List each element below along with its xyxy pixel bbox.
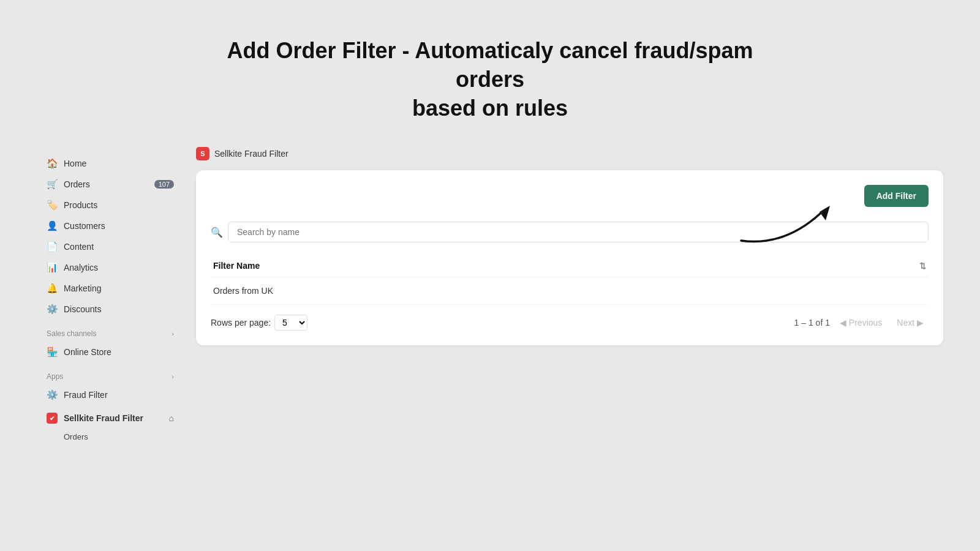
home-icon: 🏠 bbox=[47, 158, 58, 169]
sidebar-label-content: Content bbox=[64, 242, 94, 252]
arrow-decoration bbox=[735, 189, 870, 252]
sidebar-item-home[interactable]: 🏠 Home bbox=[37, 153, 184, 174]
sidebar-item-sellkite[interactable]: ✔ Sellkite Fraud Filter ⌂ bbox=[37, 408, 184, 429]
page-info: 1 – 1 of 1 bbox=[794, 318, 830, 328]
marketing-icon: 🔔 bbox=[47, 283, 58, 294]
pagination-row: Rows per page: 5 10 25 1 – 1 of 1 ◀ Prev… bbox=[211, 315, 929, 331]
col-filter-name: Filter Name bbox=[213, 261, 260, 271]
sales-channels-chevron: › bbox=[172, 330, 174, 337]
sidebar-item-orders[interactable]: 🛒 Orders 107 bbox=[37, 174, 184, 195]
sidebar-label-analytics: Analytics bbox=[64, 263, 98, 272]
sidebar-label-marketing: Marketing bbox=[64, 283, 101, 293]
apps-section: Apps › bbox=[37, 362, 184, 384]
sidebar-label-fraud-filter: Fraud Filter bbox=[64, 390, 108, 400]
app-header-title: Sellkite Fraud Filter bbox=[214, 149, 288, 159]
sidebar-sub-orders-label: Orders bbox=[64, 432, 88, 441]
app-header-bar: S Sellkite Fraud Filter bbox=[196, 147, 943, 160]
sidebar-label-sellkite: Sellkite Fraud Filter bbox=[64, 413, 143, 423]
sidebar-item-customers[interactable]: 👤 Customers bbox=[37, 216, 184, 236]
sidebar-item-content[interactable]: 📄 Content bbox=[37, 236, 184, 257]
rows-per-page-label: Rows per page: bbox=[211, 318, 271, 328]
discounts-icon: ⚙️ bbox=[47, 304, 58, 315]
sidebar-item-fraud-filter[interactable]: ⚙️ Fraud Filter bbox=[37, 384, 184, 405]
page-title: Add Order Filter - Automaticaly cancel f… bbox=[214, 37, 766, 122]
main-layout: 🏠 Home 🛒 Orders 107 🏷️ Products 👤 Custom… bbox=[37, 147, 943, 451]
sidebar-label-home: Home bbox=[64, 159, 86, 168]
sidebar-label-online-store: Online Store bbox=[64, 347, 111, 357]
app-logo: S bbox=[196, 147, 209, 160]
sidebar-item-discounts[interactable]: ⚙️ Discounts bbox=[37, 299, 184, 320]
pin-icon: ⌂ bbox=[169, 413, 174, 423]
sort-icon[interactable]: ⇅ bbox=[919, 261, 926, 271]
sidebar-item-marketing[interactable]: 🔔 Marketing bbox=[37, 278, 184, 299]
products-icon: 🏷️ bbox=[47, 200, 58, 211]
orders-icon: 🛒 bbox=[47, 179, 58, 190]
content-icon: 📄 bbox=[47, 241, 58, 252]
sales-channels-section: Sales channels › bbox=[37, 320, 184, 342]
sidebar-item-analytics[interactable]: 📊 Analytics bbox=[37, 257, 184, 278]
sidebar-label-orders: Orders bbox=[64, 179, 90, 189]
search-input[interactable] bbox=[228, 222, 929, 242]
sellkite-icon: ✔ bbox=[47, 413, 58, 424]
search-row: 🔍 bbox=[211, 222, 929, 242]
sidebar-item-online-store[interactable]: 🏪 Online Store bbox=[37, 342, 184, 362]
sidebar-item-products[interactable]: 🏷️ Products bbox=[37, 195, 184, 216]
sidebar-label-customers: Customers bbox=[64, 221, 105, 231]
svg-marker-0 bbox=[820, 206, 830, 220]
online-store-icon: 🏪 bbox=[47, 347, 58, 358]
add-filter-button[interactable]: Add Filter bbox=[864, 185, 929, 207]
apps-chevron: › bbox=[172, 373, 174, 380]
main-card: Add Filter 🔍 Filter Name ⇅ Orders fro bbox=[196, 170, 943, 345]
sidebar-label-discounts: Discounts bbox=[64, 304, 101, 314]
search-icon: 🔍 bbox=[211, 227, 223, 238]
prev-button[interactable]: ◀ Previous bbox=[835, 315, 887, 330]
content-area: S Sellkite Fraud Filter Add Filter 🔍 bbox=[184, 147, 943, 451]
next-button[interactable]: Next ▶ bbox=[892, 315, 929, 330]
analytics-icon: 📊 bbox=[47, 262, 58, 273]
customers-icon: 👤 bbox=[47, 220, 58, 231]
orders-badge: 107 bbox=[154, 180, 174, 189]
table-header: Filter Name ⇅ bbox=[211, 255, 929, 277]
row-filter-name: Orders from UK bbox=[213, 286, 273, 296]
sidebar-label-products: Products bbox=[64, 200, 97, 210]
sidebar: 🏠 Home 🛒 Orders 107 🏷️ Products 👤 Custom… bbox=[37, 147, 184, 451]
fraud-filter-icon: ⚙️ bbox=[47, 389, 58, 400]
rows-per-page-select[interactable]: 5 10 25 bbox=[274, 315, 307, 331]
table-row: Orders from UK bbox=[211, 277, 929, 305]
sidebar-sub-orders[interactable]: Orders bbox=[37, 429, 184, 445]
rows-per-page-control: Rows per page: 5 10 25 bbox=[211, 315, 307, 331]
page-header: Add Order Filter - Automaticaly cancel f… bbox=[0, 0, 980, 147]
